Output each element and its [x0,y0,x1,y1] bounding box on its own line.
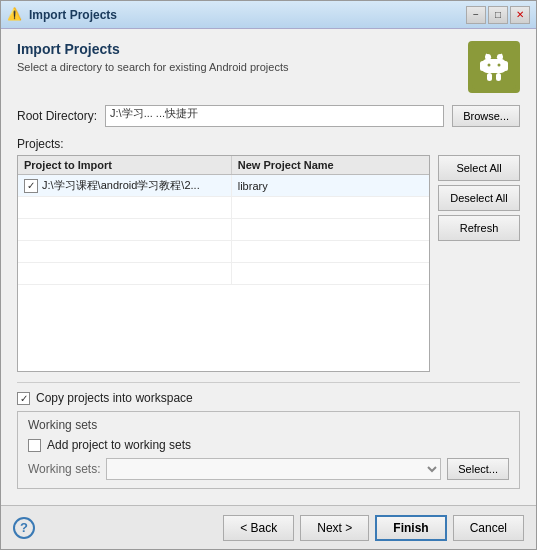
header-section: Import Projects Select a directory to se… [17,41,520,93]
bottom-bar: ? < Back Next > Finish Cancel [1,505,536,549]
svg-point-9 [498,64,501,67]
title-bar-buttons: − □ ✕ [466,6,530,24]
warning-icon: ⚠️ [7,7,23,23]
projects-section: Projects: Project to Import New Project … [17,137,520,372]
root-directory-label: Root Directory: [17,109,97,123]
cancel-button[interactable]: Cancel [453,515,524,541]
table-header: Project to Import New Project Name [18,156,429,175]
svg-rect-3 [482,59,506,73]
options-section: Copy projects into workspace Working set… [17,391,520,489]
empty-row-4 [18,263,429,285]
header-text: Import Projects Select a directory to se… [17,41,288,73]
bottom-right: < Back Next > Finish Cancel [223,515,524,541]
bottom-left: ? [13,517,35,539]
projects-label: Projects: [17,137,520,151]
deselect-all-button[interactable]: Deselect All [438,185,520,211]
project-checkbox[interactable] [24,179,38,193]
next-button[interactable]: Next > [300,515,369,541]
working-sets-title: Working sets [28,418,509,432]
working-sets-group: Working sets Add project to working sets… [17,411,520,489]
title-bar-left: ⚠️ Import Projects [7,7,117,23]
minimize-button[interactable]: − [466,6,486,24]
svg-point-8 [488,64,491,67]
copy-projects-label: Copy projects into workspace [36,391,193,405]
empty-cell-7 [18,263,232,284]
add-to-working-sets-label: Add project to working sets [47,438,191,452]
empty-cell-5 [18,241,232,262]
empty-row-1 [18,197,429,219]
empty-row-2 [18,219,429,241]
title-bar-text: Import Projects [29,8,117,22]
browse-button[interactable]: Browse... [452,105,520,127]
side-buttons: Select All Deselect All Refresh [438,155,520,372]
page-subtitle: Select a directory to search for existin… [17,61,288,73]
page-title: Import Projects [17,41,288,57]
copy-projects-checkbox[interactable] [17,392,30,405]
root-directory-input[interactable]: J:\学习... ...快捷开 [105,105,444,127]
col-project-header: Project to Import [18,156,232,174]
title-bar: ⚠️ Import Projects − □ ✕ [1,1,536,29]
svg-rect-5 [503,61,508,71]
main-window: ⚠️ Import Projects − □ ✕ Import Projects… [0,0,537,550]
add-to-working-sets-row: Add project to working sets [28,438,509,452]
svg-rect-4 [480,61,485,71]
new-project-name: library [238,180,268,192]
select-all-button[interactable]: Select All [438,155,520,181]
copy-projects-row: Copy projects into workspace [17,391,520,405]
empty-row-3 [18,241,429,263]
working-sets-select-button[interactable]: Select... [447,458,509,480]
add-to-working-sets-checkbox[interactable] [28,439,41,452]
separator [17,382,520,383]
projects-area: Project to Import New Project Name J:\学习… [17,155,520,372]
new-name-cell: library [232,177,429,195]
empty-cell-4 [232,219,429,240]
back-button[interactable]: < Back [223,515,294,541]
empty-cell-2 [232,197,429,218]
project-cell: J:\学习课程\android学习教程\2... [18,175,232,196]
help-icon[interactable]: ? [13,517,35,539]
content-area: Import Projects Select a directory to se… [1,29,536,505]
empty-cell-6 [232,241,429,262]
maximize-button[interactable]: □ [488,6,508,24]
working-sets-label: Working sets: [28,462,100,476]
project-path: J:\学习课程\android学习教程\2... [42,178,200,193]
working-sets-select-row: Working sets: Select... [28,458,509,480]
empty-cell-8 [232,263,429,284]
table-row[interactable]: J:\学习课程\android学习教程\2... library [18,175,429,197]
android-logo [468,41,520,93]
working-sets-dropdown[interactable] [106,458,441,480]
col-name-header: New Project Name [232,156,429,174]
refresh-button[interactable]: Refresh [438,215,520,241]
close-button[interactable]: ✕ [510,6,530,24]
svg-rect-6 [487,73,492,81]
svg-rect-7 [496,73,501,81]
root-directory-row: Root Directory: J:\学习... ...快捷开 Browse..… [17,105,520,127]
empty-cell-1 [18,197,232,218]
finish-button[interactable]: Finish [375,515,446,541]
projects-table: Project to Import New Project Name J:\学习… [17,155,430,372]
empty-cell-3 [18,219,232,240]
